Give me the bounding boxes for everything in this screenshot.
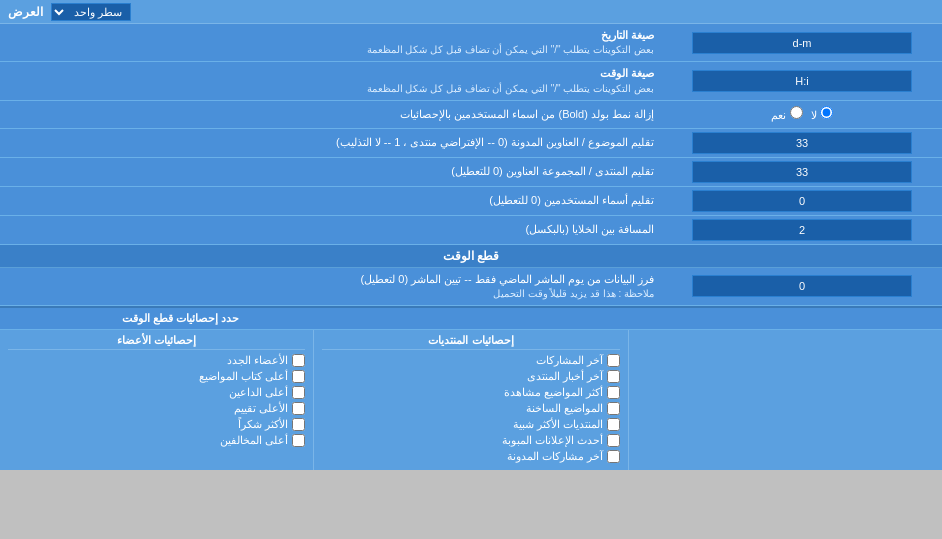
cell-spacing-label: المسافة بين الخلايا (بالبكسل): [0, 218, 662, 241]
cut-stats-label: حدد إحصائيات قطع الوقت: [0, 308, 248, 329]
cb-last-posts: آخر المشاركات: [322, 354, 619, 367]
cb-classified-ads-label: أحدث الإعلانات المبوبة: [502, 434, 603, 447]
bold-no-label: لا: [811, 106, 833, 122]
date-format-label: صيغة التاريخ بعض التكوينات يتطلب "/" الت…: [0, 24, 662, 61]
cell-spacing-row: المسافة بين الخلايا (بالبكسل): [0, 216, 942, 245]
cb-top-violators: أعلى المخالفين: [8, 434, 305, 447]
bottom-section: حدد إحصائيات قطع الوقت إحصائيات المنتديا…: [0, 306, 942, 470]
cb-blog-posts: آخر مشاركات المدونة: [322, 450, 619, 463]
bold-remove-label: إزالة نمط بولد (Bold) من اسماء المستخدمي…: [0, 103, 662, 126]
cb-most-thanks-input[interactable]: [292, 418, 305, 431]
cb-top-violators-input[interactable]: [292, 434, 305, 447]
cell-spacing-input[interactable]: [692, 219, 912, 241]
forum-titles-row: تقليم المنتدى / المجموعة العناوين (0 للت…: [0, 158, 942, 187]
date-format-input-cell: [662, 29, 942, 57]
lines-select[interactable]: سطر واحد سطرين ثلاثة أسطر: [51, 3, 131, 21]
cb-hot-topics: المواضيع الساخنة: [322, 402, 619, 415]
time-format-label: صيغة الوقت بعض التكوينات يتطلب "/" التي …: [0, 62, 662, 99]
bold-no-radio[interactable]: [820, 106, 833, 119]
time-format-input-cell: [662, 67, 942, 95]
bold-yes-label: نعم: [771, 106, 802, 122]
members-col-header: إحصائيات الأعضاء: [8, 334, 305, 350]
cb-top-rated: الأعلى تقييم: [8, 402, 305, 415]
cb-most-viewed-input[interactable]: [607, 386, 620, 399]
cut-data-input[interactable]: [692, 275, 912, 297]
checkbox-col-empty: [628, 330, 942, 470]
cb-most-viewed: أكثر المواضيع مشاهدة: [322, 386, 619, 399]
cb-forum-news-input[interactable]: [607, 370, 620, 383]
cb-top-inviters-label: أعلى الداعين: [229, 386, 288, 399]
forum-titles-input[interactable]: [692, 161, 912, 183]
topic-titles-row: تقليم الموضوع / العناوين المدونة (0 -- ا…: [0, 129, 942, 158]
cb-top-inviters-input[interactable]: [292, 386, 305, 399]
cb-top-rated-input[interactable]: [292, 402, 305, 415]
cb-most-similar-input[interactable]: [607, 418, 620, 431]
cb-forum-news: آخر أخبار المنتدى: [322, 370, 619, 383]
date-format-input[interactable]: [692, 32, 912, 54]
cb-top-inviters: أعلى الداعين: [8, 386, 305, 399]
main-container: سطر واحد سطرين ثلاثة أسطر العرض صيغة الت…: [0, 0, 942, 470]
cb-most-thanks-label: الأكثر شكراً: [238, 418, 288, 431]
cb-hot-topics-input[interactable]: [607, 402, 620, 415]
cb-top-writers: أعلى كتاب المواضيع: [8, 370, 305, 383]
cut-data-row: فرز البيانات من يوم الماشر الماضي فقط --…: [0, 268, 942, 306]
display-header-row: سطر واحد سطرين ثلاثة أسطر العرض: [0, 0, 942, 24]
cb-forum-news-label: آخر أخبار المنتدى: [527, 370, 603, 383]
forums-col-header: إحصائيات المنتديات: [322, 334, 619, 350]
cb-classified-ads-input[interactable]: [607, 434, 620, 447]
cb-last-posts-input[interactable]: [607, 354, 620, 367]
cb-most-similar-label: المنتديات الأكثر شبية: [513, 418, 603, 431]
cb-top-writers-label: أعلى كتاب المواضيع: [199, 370, 288, 383]
usernames-trim-input[interactable]: [692, 190, 912, 212]
cb-new-members-input[interactable]: [292, 354, 305, 367]
cb-top-rated-label: الأعلى تقييم: [234, 402, 288, 415]
cut-data-label: فرز البيانات من يوم الماشر الماضي فقط --…: [0, 268, 662, 305]
checkbox-col-members: إحصائيات الأعضاء الأعضاء الجدد أعلى كتاب…: [0, 330, 313, 470]
cb-blog-posts-label: آخر مشاركات المدونة: [507, 450, 603, 463]
checkbox-col-forums: إحصائيات المنتديات آخر المشاركات آخر أخب…: [313, 330, 627, 470]
cb-top-violators-label: أعلى المخالفين: [220, 434, 288, 447]
cb-last-posts-label: آخر المشاركات: [536, 354, 603, 367]
checkbox-grid: إحصائيات المنتديات آخر المشاركات آخر أخب…: [0, 330, 942, 470]
cb-hot-topics-label: المواضيع الساخنة: [526, 402, 603, 415]
usernames-trim-input-cell: [662, 187, 942, 215]
cb-new-members-label: الأعضاء الجدد: [227, 354, 288, 367]
bold-radio-cell: لا نعم: [662, 101, 942, 127]
bold-remove-row: لا نعم إزالة نمط بولد (Bold) من اسماء ال…: [0, 101, 942, 129]
time-format-row: صيغة الوقت بعض التكوينات يتطلب "/" التي …: [0, 62, 942, 100]
usernames-trim-row: تقليم أسماء المستخدمين (0 للتعطيل): [0, 187, 942, 216]
cb-blog-posts-input[interactable]: [607, 450, 620, 463]
cb-classified-ads: أحدث الإعلانات المبوبة: [322, 434, 619, 447]
cb-most-similar: المنتديات الأكثر شبية: [322, 418, 619, 431]
cb-most-thanks: الأكثر شكراً: [8, 418, 305, 431]
topic-titles-label: تقليم الموضوع / العناوين المدونة (0 -- ا…: [0, 131, 662, 154]
cut-section-header: قطع الوقت: [0, 245, 942, 268]
usernames-trim-label: تقليم أسماء المستخدمين (0 للتعطيل): [0, 189, 662, 212]
cb-top-writers-input[interactable]: [292, 370, 305, 383]
topic-titles-input-cell: [662, 129, 942, 157]
cb-new-members: الأعضاء الجدد: [8, 354, 305, 367]
cut-data-input-cell: [662, 272, 942, 300]
topic-titles-input[interactable]: [692, 132, 912, 154]
forum-titles-input-cell: [662, 158, 942, 186]
time-format-input[interactable]: [692, 70, 912, 92]
cb-most-viewed-label: أكثر المواضيع مشاهدة: [504, 386, 603, 399]
header-label: العرض: [8, 5, 43, 19]
forum-titles-label: تقليم المنتدى / المجموعة العناوين (0 للت…: [0, 160, 662, 183]
bold-yes-radio[interactable]: [790, 106, 803, 119]
cell-spacing-input-cell: [662, 216, 942, 244]
date-format-row: صيغة التاريخ بعض التكوينات يتطلب "/" الت…: [0, 24, 942, 62]
